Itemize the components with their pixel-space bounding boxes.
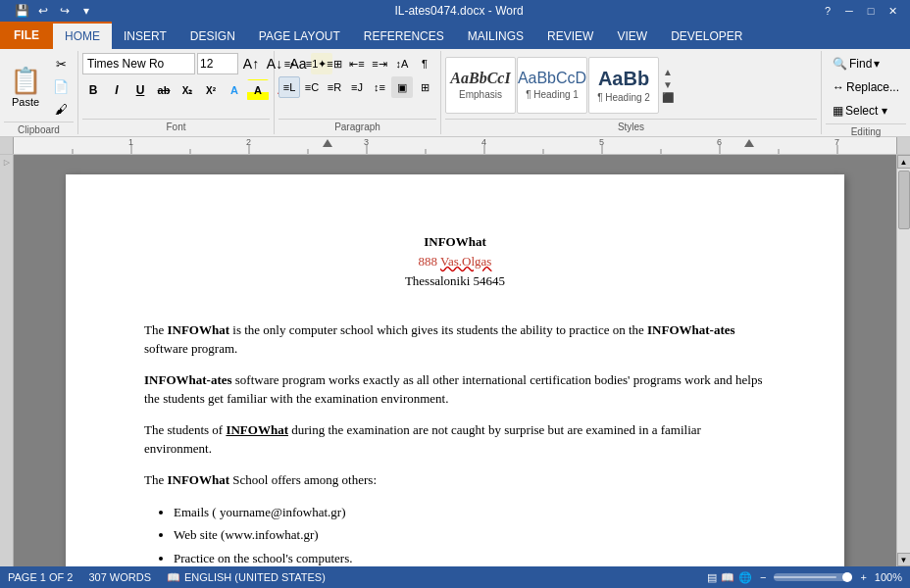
tab-file[interactable]: FILE [0, 22, 53, 49]
font-controls: A↑ A↓ Aa ✦ B I U ab X₂ X² A A A [82, 53, 270, 117]
clipboard-secondary: ✂ 📄 🖌 [49, 53, 73, 120]
address-line1: INFOWhat [144, 233, 766, 251]
tab-page-layout[interactable]: PAGE LAYOUT [247, 22, 352, 49]
find-button[interactable]: 🔍 Find ▾ [826, 53, 886, 74]
sort-button[interactable]: ↕A [391, 53, 413, 74]
numbering-button[interactable]: ≡1 [301, 53, 323, 74]
scroll-down-button[interactable]: ▼ [897, 553, 911, 566]
styles-label: Styles [445, 119, 817, 132]
document-scroll[interactable]: INFOWhat 888 Vas.Olgas Thessaloniki 5464… [14, 155, 896, 566]
borders-button[interactable]: ⊞ [414, 76, 435, 98]
svg-text:7: 7 [834, 137, 839, 147]
vertical-scrollbar[interactable]: ▲ ▼ [896, 155, 910, 566]
show-formatting-button[interactable]: ¶ [414, 53, 435, 74]
align-center-button[interactable]: ≡C [301, 76, 323, 98]
font-size-input[interactable] [197, 53, 238, 74]
scroll-thumb[interactable] [898, 171, 910, 229]
quick-access-toolbar: 💾 ↩ ↪ ▾ [8, 0, 100, 22]
print-layout-icon[interactable]: ▤ [707, 571, 717, 584]
select-icon: ▦ [833, 104, 843, 118]
svg-text:5: 5 [599, 137, 604, 147]
format-painter-button[interactable]: 🖌 [49, 98, 73, 120]
styles-scroll[interactable]: ▲ ▼ ⬛ [660, 57, 676, 114]
save-button[interactable]: 💾 [12, 2, 31, 20]
style-emphasis-label: Emphasis [459, 89, 502, 100]
svg-text:1: 1 [128, 137, 133, 147]
styles-group: AaBbCcI Emphasis AaBbCcD ¶ Heading 1 AaB… [441, 51, 822, 134]
style-heading2[interactable]: AaBb ¶ Heading 2 [588, 57, 659, 114]
align-left-button[interactable]: ≡L [278, 76, 300, 98]
copy-button[interactable]: 📄 [49, 75, 73, 97]
justify-button[interactable]: ≡J [346, 76, 368, 98]
status-right: ▤ 📖 🌐 − + 100% [707, 571, 902, 584]
underline-button[interactable]: U [129, 79, 151, 101]
read-mode-icon[interactable]: 📖 [721, 571, 734, 584]
strikethrough-button[interactable]: ab [153, 79, 175, 101]
tab-home[interactable]: HOME [53, 22, 112, 49]
list-item: Emails ( yourname@infowhat.gr) [174, 501, 766, 523]
web-layout-icon[interactable]: 🌐 [738, 571, 752, 584]
bullets-button[interactable]: ≡• [278, 53, 300, 74]
text-highlight-button[interactable]: A [247, 79, 269, 101]
increase-indent-button[interactable]: ≡⇥ [369, 53, 390, 74]
undo-button[interactable]: ↩ [33, 2, 53, 20]
body-paragraph2: INFOWhat-ates software program works exa… [144, 370, 766, 409]
style-heading1-preview: AaBbCcD [518, 70, 586, 87]
address-line2: 888 Vas.Olgas [144, 253, 766, 270]
infowhat-ref2: INFOWhat [226, 422, 288, 437]
help-button[interactable]: ? [818, 4, 837, 18]
paste-icon: 📋 [10, 66, 41, 96]
tab-references[interactable]: REFERENCES [352, 22, 456, 49]
svg-text:2: 2 [246, 137, 251, 147]
select-button[interactable]: ▦ Select ▾ [826, 100, 894, 122]
restore-button[interactable]: □ [861, 4, 881, 18]
tab-developer[interactable]: DEVELOPER [659, 22, 754, 49]
subscript-button[interactable]: X₂ [177, 79, 198, 101]
text-effects-button[interactable]: A [224, 79, 245, 101]
window-title: IL-ates0474.docx - Word [100, 4, 818, 18]
tab-insert[interactable]: INSERT [112, 22, 178, 49]
bold-button[interactable]: B [82, 79, 104, 101]
style-heading1[interactable]: AaBbCcD ¶ Heading 1 [517, 57, 587, 114]
paste-label: Paste [12, 96, 39, 108]
superscript-button[interactable]: X² [200, 79, 222, 101]
title-bar: 💾 ↩ ↪ ▾ IL-ates0474.docx - Word ? ─ □ ✕ [0, 0, 910, 22]
zoom-plus-button[interactable]: + [860, 571, 866, 583]
select-label: Select ▾ [845, 104, 887, 118]
qa-dropdown-button[interactable]: ▾ [76, 2, 96, 20]
minimize-button[interactable]: ─ [839, 4, 859, 18]
tab-view[interactable]: VIEW [605, 22, 659, 49]
close-button[interactable]: ✕ [883, 4, 902, 18]
ruler-right-margin [896, 137, 910, 154]
address-block: INFOWhat 888 Vas.Olgas Thessaloniki 5464… [144, 233, 766, 291]
align-right-button[interactable]: ≡R [324, 76, 345, 98]
infowhat-ates-ref2: INFOWhat-ates [144, 372, 232, 387]
list-item: Web site (www.infowhat.gr) [174, 523, 766, 546]
paste-button[interactable]: 📋 Paste [4, 63, 47, 111]
shading-button[interactable]: ▣ [391, 76, 413, 98]
redo-button[interactable]: ↪ [55, 2, 75, 20]
tab-design[interactable]: DESIGN [178, 22, 247, 49]
paragraph-row1: ≡• ≡1 ≡⊞ ⇤≡ ≡⇥ ↕A ¶ [278, 53, 435, 74]
decrease-indent-button[interactable]: ⇤≡ [346, 53, 368, 74]
find-label: Find [849, 57, 872, 71]
style-emphasis[interactable]: AaBbCcI Emphasis [445, 57, 516, 114]
cut-button[interactable]: ✂ [49, 53, 73, 74]
infowhat-ates-ref1: INFOWhat-ates [647, 322, 735, 337]
increase-font-button[interactable]: A↑ [240, 53, 262, 74]
replace-button[interactable]: ↔ Replace... [826, 76, 906, 98]
scroll-up-button[interactable]: ▲ [897, 155, 911, 169]
zoom-slider[interactable] [774, 573, 852, 581]
window-controls: ? ─ □ ✕ [818, 4, 902, 18]
document-page: INFOWhat 888 Vas.Olgas Thessaloniki 5464… [66, 174, 844, 566]
multilevel-list-button[interactable]: ≡⊞ [324, 53, 345, 74]
line-spacing-button[interactable]: ↕≡ [369, 76, 390, 98]
font-name-input[interactable] [82, 53, 195, 74]
zoom-minus-button[interactable]: − [760, 571, 766, 583]
tab-review[interactable]: REVIEW [535, 22, 605, 49]
clipboard-buttons: 📋 Paste ✂ 📄 🖌 [4, 53, 74, 120]
ruler-main: 1 2 3 4 5 6 7 [14, 137, 896, 154]
tab-mailings[interactable]: MAILINGS [456, 22, 535, 49]
style-heading2-preview: AaBb [598, 68, 649, 90]
italic-button[interactable]: I [106, 79, 127, 101]
